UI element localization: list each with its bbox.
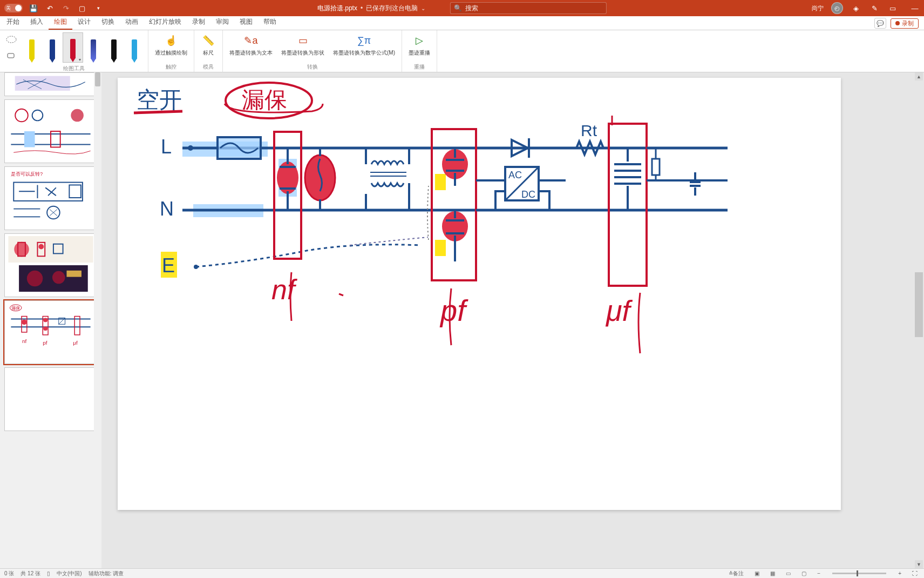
tab-slideshow[interactable]: 幻灯片放映 [144,15,187,30]
svg-rect-10 [69,185,81,198]
save-icon[interactable]: 💾 [28,3,39,14]
ruler-button[interactable]: 📏标尺 [198,32,219,57]
svg-rect-2 [15,76,70,91]
ink-to-shape-icon: ▭ [295,33,310,49]
pen-dropdown-icon[interactable]: ▾ [79,57,81,62]
slide-thumb[interactable] [4,72,97,96]
notes-button[interactable]: ≙备注 [726,570,746,577]
svg-point-0 [6,36,16,43]
coming-soon-icon[interactable]: ✎ [869,3,880,14]
view-reading-icon[interactable]: ▭ [784,570,793,576]
pen-red[interactable]: ▾ [63,32,83,63]
svg-text:E: E [162,254,175,277]
ink-to-math-button[interactable]: ∑π将墨迹转换为数学公式(M) [330,32,398,57]
tab-help[interactable]: 帮助 [258,15,282,30]
svg-point-20 [52,271,65,284]
slide-drawing: 空开 漏保 L N E [118,78,841,510]
zoom-out-icon[interactable]: − [815,570,823,576]
svg-text:DC: DC [521,189,535,200]
ink-to-shape-button[interactable]: ▭将墨迹转换为形状 [278,32,328,57]
qat-customize-icon[interactable]: ▾ [93,3,104,14]
slide-thumb[interactable] [4,233,97,297]
canvas-area: 空开 漏保 L N E [101,72,924,568]
status-lang[interactable]: 中文(中国) [57,570,82,577]
slide-thumb[interactable] [4,99,97,163]
view-slideshow-icon[interactable]: ▢ [799,570,808,576]
scroll-thumb[interactable] [915,272,923,337]
svg-text:Rt: Rt [581,122,597,139]
comments-button[interactable]: 💬 [874,18,886,29]
zoom-in-icon[interactable]: + [896,570,903,576]
view-sorter-icon[interactable]: ▦ [768,570,777,576]
ribbon-display-icon[interactable]: ▭ [887,3,898,14]
tab-record[interactable]: 录制 [187,15,210,30]
svg-text:μf: μf [605,294,633,327]
touch-icon: ☝ [164,33,179,49]
svg-text:L: L [161,136,172,158]
scroll-down-icon[interactable]: ▼ [915,560,923,568]
ink-to-text-button[interactable]: ✎a将墨迹转换为文本 [226,32,276,57]
slide-canvas[interactable]: 空开 漏保 L N E [118,78,841,510]
tab-transitions[interactable]: 切换 [96,15,120,30]
group-touch: ☝通过触摸绘制 触控 [148,30,194,72]
scroll-up-icon[interactable]: ▲ [915,72,923,80]
tab-review[interactable]: 审阅 [210,15,234,30]
title-dropdown-icon[interactable]: ⌄ [421,5,425,11]
svg-point-27 [43,318,47,322]
minimize-icon[interactable]: — [910,3,920,13]
zoom-slider[interactable] [832,573,886,574]
diamond-icon[interactable]: ◈ [851,3,861,14]
tab-view[interactable]: 视图 [234,15,258,30]
tab-draw[interactable]: 绘图 [49,15,72,30]
user-avatar-icon[interactable]: ◴ [831,2,843,14]
pen-black-zigzag[interactable] [104,32,124,63]
view-normal-icon[interactable]: ▣ [752,570,762,576]
svg-text:AC: AC [508,170,522,180]
tab-animations[interactable]: 动画 [120,15,144,30]
from-beginning-icon[interactable]: ▢ [77,3,87,14]
redo-icon[interactable]: ↷ [60,3,71,14]
status-access[interactable]: 辅助功能: 调查 [89,570,124,577]
ink-replay-button[interactable]: ▷墨迹重播 [405,32,433,57]
search-placeholder: 搜索 [465,4,478,13]
quick-access-toolbar: 关 💾 ↶ ↷ ▢ ▾ [4,3,104,14]
thumbs-scrollbar[interactable] [94,72,101,568]
thumbs-scroll-thumb[interactable] [95,72,100,86]
autosave-toggle[interactable]: 关 [4,4,23,12]
svg-point-4 [32,110,43,121]
pen-blue[interactable] [42,32,63,63]
slide-thumb[interactable] [4,367,97,431]
slide-thumb[interactable]: 是否可以反转? [4,166,97,230]
canvas-vscrollbar[interactable]: ▲ ▼ [915,72,923,568]
fit-icon[interactable]: ⛶ [910,570,920,576]
record-button[interactable]: 录制 [891,18,919,29]
svg-point-3 [15,109,28,122]
pen-bluegrad[interactable] [83,32,104,63]
lasso-select-icon[interactable] [3,32,19,48]
svg-point-13 [14,242,29,257]
touch-draw-button[interactable]: ☝通过触摸绘制 [152,32,191,57]
tab-design[interactable]: 设计 [72,15,96,30]
undo-icon[interactable]: ↶ [44,3,55,14]
tab-home[interactable]: 开始 [1,15,25,30]
group-draw-tools: ▾ 绘图工具 [0,30,148,72]
group-label-convert: 转换 [307,63,318,71]
status-slide: 0 张 [4,570,14,577]
document-title: 电源拾遗.pptx [317,4,357,13]
slide-thumb-current[interactable]: 漏保 nf pf μf [4,300,97,364]
svg-point-5 [71,109,84,122]
group-label-stencil: 模具 [203,63,214,71]
ribbon: ▾ 绘图工具 ☝通过触摸绘制 触控 📏标尺 模具 ✎a将墨迹转换为文本 ▭将墨迹… [0,30,924,72]
pen-cyan-highlighter[interactable] [124,32,145,63]
svg-rect-21 [66,271,81,277]
svg-text:nf: nf [22,338,26,344]
svg-rect-51 [435,174,446,190]
search-box[interactable]: 🔍 搜索 [450,2,607,14]
pen-yellow-highlighter[interactable] [22,32,42,63]
svg-point-19 [27,271,43,286]
status-total: 共 12 张 [21,570,40,577]
svg-point-28 [43,326,47,331]
slide-thumbnails: 是否可以反转? 漏保 [0,72,101,568]
tab-insert[interactable]: 插入 [25,15,49,30]
eraser-icon[interactable] [3,49,19,64]
